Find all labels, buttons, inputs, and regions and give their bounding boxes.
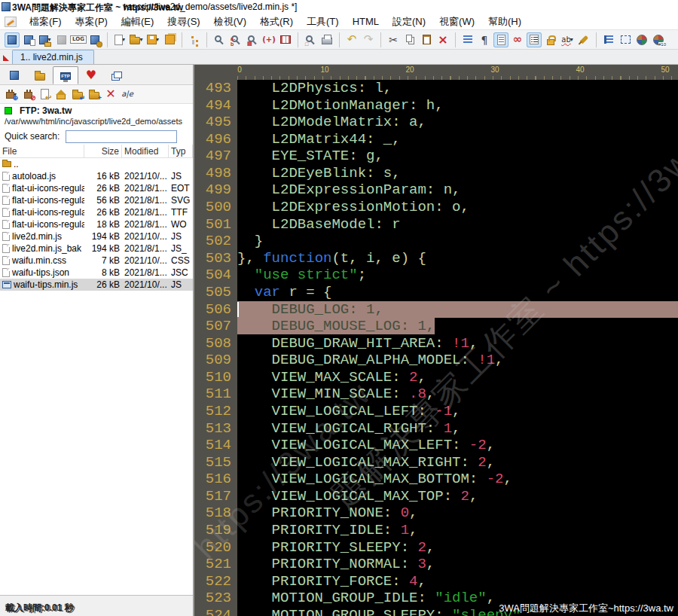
project-button[interactable] <box>5 32 20 47</box>
line-content[interactable]: VIEW_LOGICAL_LEFT: -1, <box>237 403 678 420</box>
line-content[interactable]: "use strict"; <box>237 267 678 284</box>
line-content[interactable]: VIEW_LOGICAL_RIGHT: 1, <box>237 420 678 438</box>
code-line[interactable]: 510 VIEW_MAX_SCALE: 2, <box>194 369 678 386</box>
code-line[interactable]: 495 L2DModelMatrix: a, <box>194 114 678 131</box>
line-content[interactable]: L2DBaseModel: r <box>237 216 678 233</box>
cube-icon[interactable] <box>7 68 22 83</box>
ftp-transfer-button[interactable] <box>37 87 52 102</box>
menu-item-7[interactable]: HTML <box>346 14 386 29</box>
match-brace-button[interactable]: (+) <box>261 32 276 47</box>
ftp-delete-button[interactable]: ✕ <box>103 87 118 102</box>
line-content[interactable]: L2DMotionManager: h, <box>237 97 678 114</box>
column-header-size[interactable]: Size <box>84 145 122 157</box>
function-list-button[interactable] <box>634 32 649 47</box>
ftp-folder-up-button[interactable]: ↵ <box>70 87 85 102</box>
line-content[interactable]: L2DPhysics: l, <box>237 80 678 97</box>
code-line[interactable]: 522 PRIORITY_FORCE: 4, <box>194 573 678 590</box>
sidebar-tab-cliptext[interactable] <box>104 66 130 84</box>
code-line[interactable]: 502 } <box>194 233 678 250</box>
code-line[interactable]: 521 PRIORITY_NORMAL: 3, <box>194 556 678 573</box>
line-content[interactable]: } <box>237 233 678 250</box>
ftp-connect-button[interactable]: ⊕▾ <box>4 87 19 102</box>
code-line[interactable]: 498 L2DEyeBlink: s, <box>194 165 678 182</box>
menu-item-1[interactable]: 專案(P) <box>69 14 115 29</box>
code-line[interactable]: 505 var r = { <box>194 284 678 301</box>
line-numbers-button[interactable] <box>527 32 542 47</box>
file-row[interactable]: flat-ui-icons-regula...56 kB2021/8/1...S… <box>0 194 193 206</box>
ftp-disconnect-button[interactable]: ⊘ <box>20 87 35 102</box>
spell-check-button[interactable]: ab▾ <box>560 32 575 47</box>
code-line[interactable]: 517 VIEW_LOGICAL_MAX_TOP: 2, <box>194 488 678 505</box>
file-row[interactable]: flat-ui-icons-regula...26 kB2021/8/1...T… <box>0 206 193 218</box>
code-line[interactable]: 512 VIEW_LOGICAL_LEFT: -1, <box>194 403 678 420</box>
tag-list-button[interactable]: #10 <box>651 32 666 47</box>
paste-button[interactable] <box>419 32 434 47</box>
code-line[interactable]: 493 L2DPhysics: l, <box>194 80 678 97</box>
delete-button[interactable]: × <box>435 32 450 47</box>
sort-lines-button[interactable] <box>460 32 475 47</box>
sidebar-tab-project[interactable] <box>2 66 27 84</box>
line-content[interactable]: PRIORITY_IDLE: 1, <box>237 522 678 539</box>
code-editor[interactable]: 01020304050 493 L2DPhysics: l,494 L2DMot… <box>194 65 678 616</box>
line-content[interactable]: }, function(t, i, e) { <box>237 250 678 267</box>
line-content[interactable]: PRIORITY_SLEEPY: 2, <box>237 539 678 557</box>
menu-item-0[interactable]: 檔案(F) <box>23 14 69 29</box>
code-line[interactable]: 520 PRIORITY_SLEEPY: 2, <box>194 539 678 557</box>
line-content[interactable]: DEBUG_DRAW_ALPHA_MODEL: !1, <box>237 352 678 369</box>
file-row[interactable]: live2d.min.js_bak194 kB2021/8/1...JS_ <box>0 242 193 255</box>
code-line[interactable]: 496 L2DMatrix44: _, <box>194 131 678 148</box>
line-content[interactable]: L2DEyeBlink: s, <box>237 165 678 182</box>
line-content[interactable]: VIEW_MIN_SCALE: .8, <box>237 386 678 403</box>
heart-icon[interactable]: ♥ <box>84 68 99 83</box>
project-settings-button[interactable] <box>87 32 102 47</box>
line-content[interactable]: L2DExpressionParam: n, <box>237 181 678 199</box>
column-header-file[interactable]: File <box>0 145 84 157</box>
file-row[interactable]: live2d.min.js194 kB2021/10/...JS <box>0 230 193 242</box>
file-row[interactable]: flat-ui-icons-regula...18 kB2021/8/1...W… <box>0 218 193 230</box>
code-line[interactable]: 516 VIEW_LOGICAL_MAX_BOTTOM: -2, <box>194 471 678 488</box>
code-line[interactable]: 494 L2DMotionManager: h, <box>194 97 678 114</box>
line-content[interactable]: VIEW_LOGICAL_MAX_RIGHT: 2, <box>237 454 678 471</box>
code-line[interactable]: 503}, function(t, i, e) { <box>194 250 678 267</box>
copy-button[interactable] <box>402 32 417 47</box>
code-line[interactable]: 500 L2DExpressionMotion: o, <box>194 199 678 216</box>
ftp-home-button[interactable] <box>53 87 69 102</box>
line-content[interactable]: VIEW_LOGICAL_MAX_LEFT: -2, <box>237 437 678 454</box>
code-line[interactable]: 508 DEBUG_DRAW_HIT_AREA: !1, <box>194 335 678 352</box>
sidebar-tab-ftp[interactable]: FTP <box>53 66 78 84</box>
menu-item-6[interactable]: 工具(T) <box>300 14 346 29</box>
line-content[interactable]: DEBUG_LOG: 1, <box>237 301 678 319</box>
column-header-typ[interactable]: Typ <box>169 145 193 157</box>
menu-item-10[interactable]: 幫助(H) <box>481 14 528 29</box>
windows-icon[interactable] <box>109 68 124 83</box>
log-view-button[interactable]: LOG <box>71 32 86 47</box>
find-button[interactable] <box>212 32 227 47</box>
line-content[interactable]: PRIORITY_NORMAL: 3, <box>237 556 678 573</box>
replace-button[interactable]: a-b <box>228 32 243 47</box>
save-all-button[interactable] <box>162 32 177 47</box>
menu-item-3[interactable]: 搜尋(S) <box>160 14 206 29</box>
cut-button[interactable]: ✂ <box>386 32 401 47</box>
code-line[interactable]: 515 VIEW_LOGICAL_MAX_RIGHT: 2, <box>194 454 678 471</box>
line-content[interactable]: PRIORITY_NONE: 0, <box>237 505 678 522</box>
line-content[interactable]: L2DMatrix44: _, <box>237 131 678 148</box>
code-line[interactable]: 499 L2DExpressionParam: n, <box>194 181 678 199</box>
line-content[interactable]: VIEW_MAX_SCALE: 2, <box>237 369 678 386</box>
syntax-highlight-button[interactable] <box>493 32 508 47</box>
file-row[interactable]: .. <box>0 158 193 170</box>
line-content[interactable]: L2DModelMatrix: a, <box>237 114 678 131</box>
line-content[interactable]: PRIORITY_FORCE: 4, <box>237 573 678 590</box>
line-content[interactable]: VIEW_LOGICAL_MAX_BOTTOM: -2, <box>237 471 678 488</box>
quick-search-input[interactable] <box>66 130 177 143</box>
redo-button[interactable]: ↷ <box>361 32 376 47</box>
menu-item-4[interactable]: 檢視(V) <box>207 14 253 29</box>
file-row[interactable]: flat-ui-icons-regula...26 kB2021/8/1...E… <box>0 182 193 194</box>
menu-item-5[interactable]: 格式(R) <box>253 14 300 29</box>
project-disabled-button[interactable] <box>54 32 69 47</box>
file-row[interactable]: waifu-tips.min.js26 kB2021/10/...JS <box>0 279 193 291</box>
new-file-button[interactable]: ▾ <box>112 32 127 47</box>
code-line[interactable]: 501 L2DBaseModel: r <box>194 216 678 233</box>
ftp-new-folder-button[interactable]: + <box>87 87 102 102</box>
code-line[interactable]: 509 DEBUG_DRAW_ALPHA_MODEL: !1, <box>194 352 678 369</box>
code-line[interactable]: 511 VIEW_MIN_SCALE: .8, <box>194 386 678 403</box>
